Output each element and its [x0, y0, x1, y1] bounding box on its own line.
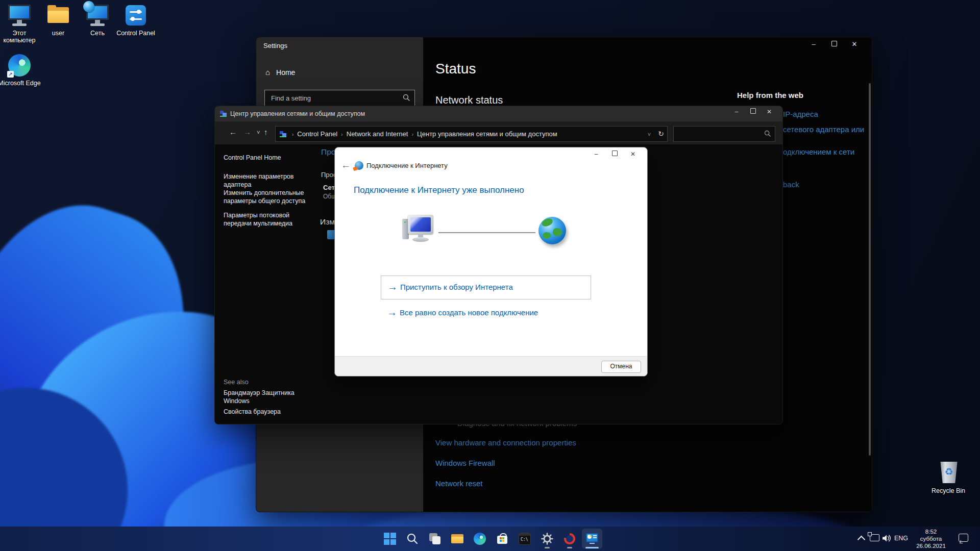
- home-icon: ⌂: [265, 68, 270, 77]
- cancel-button[interactable]: Отмена: [601, 361, 641, 373]
- desktop-icon-label: Сеть: [76, 30, 119, 37]
- task-view-icon: [429, 533, 441, 545]
- refresh-icon[interactable]: ↻: [658, 130, 664, 138]
- minimize-button[interactable]: –: [587, 151, 605, 158]
- running-indicator: [567, 547, 572, 548]
- maximize-button[interactable]: [745, 108, 761, 115]
- link-network-reset[interactable]: Network reset: [435, 479, 483, 488]
- edge-button[interactable]: [470, 529, 490, 549]
- terminal-icon: C:\: [519, 533, 531, 545]
- sidebar-item-home[interactable]: ⌂Home: [265, 68, 295, 77]
- title-bar: Центр управления сетями и общим доступом…: [215, 106, 782, 121]
- close-button[interactable]: ✕: [761, 108, 777, 115]
- network-sharing-center-taskbar-button[interactable]: [582, 529, 602, 549]
- maximize-button[interactable]: [824, 40, 844, 48]
- breadcrumb-control-panel[interactable]: Control Panel: [297, 130, 337, 138]
- help-link-fragment[interactable]: одключением к сети: [783, 147, 854, 156]
- address-dropdown-icon[interactable]: ˅: [648, 131, 658, 137]
- desktop-icon-user-folder[interactable]: user: [37, 3, 80, 37]
- settings-search-input[interactable]: [270, 90, 400, 106]
- notification-center-icon[interactable]: [959, 534, 968, 542]
- explorer-search-box[interactable]: [673, 126, 775, 142]
- search-icon: [764, 130, 771, 137]
- option-create-new-connection[interactable]: Все равно создать новое подключение: [400, 308, 538, 317]
- microsoft-store-button[interactable]: [492, 529, 512, 549]
- back-button[interactable]: ←: [229, 128, 237, 136]
- recent-pages-dropdown[interactable]: ˅: [257, 129, 260, 135]
- edge-icon: [474, 533, 486, 545]
- tray-language-indicator[interactable]: ENG: [894, 535, 908, 542]
- up-button[interactable]: ↑: [264, 128, 268, 136]
- close-button[interactable]: ✕: [844, 40, 865, 48]
- close-button[interactable]: ✕: [624, 151, 642, 158]
- tray-overflow-chevron-icon[interactable]: [857, 536, 866, 544]
- settings-window-title: Settings: [263, 42, 287, 49]
- search-icon: [406, 533, 419, 545]
- globe-icon: [538, 217, 567, 245]
- network-places-icon: [220, 110, 227, 117]
- maximize-button[interactable]: [605, 151, 624, 158]
- this-pc-icon: [7, 3, 32, 28]
- tray-network-icon[interactable]: [870, 534, 879, 541]
- desktop-icon-network[interactable]: Сеть: [76, 3, 119, 37]
- internet-connection-icon: [355, 161, 363, 170]
- section-heading: Network status: [435, 94, 503, 106]
- tray-weekday: суббота: [912, 535, 950, 542]
- breadcrumb-separator: ›: [408, 131, 417, 137]
- settings-search-box[interactable]: [264, 90, 415, 107]
- page-title: Status: [435, 61, 476, 77]
- tray-time: 8:52: [912, 528, 950, 535]
- command-prompt-button[interactable]: C:\: [514, 529, 535, 549]
- scrollbar[interactable]: [869, 83, 871, 456]
- task-view-button[interactable]: [425, 529, 445, 549]
- gear-icon: [541, 533, 553, 545]
- breadcrumb-current[interactable]: Центр управления сетями и общим доступом: [417, 130, 557, 138]
- help-link-fragment[interactable]: сетевого адаптера или: [783, 125, 864, 134]
- taskbar: C:\ ✂: [0, 527, 980, 551]
- breadcrumb-network-internet[interactable]: Network and Internet: [347, 130, 408, 138]
- link-view-hardware[interactable]: View hardware and connection properties: [435, 438, 576, 447]
- help-link-fragment[interactable]: back: [783, 180, 799, 189]
- file-explorer-button[interactable]: [447, 529, 468, 549]
- start-button[interactable]: [380, 529, 400, 549]
- help-from-web-heading: Help from the web: [737, 91, 803, 99]
- desktop-icon-control-panel[interactable]: Control Panel: [114, 3, 157, 37]
- capture-app-button[interactable]: ✂: [559, 529, 580, 549]
- desktop-icon-label: Этот компьютер: [0, 30, 41, 44]
- desktop-icon-label: Microsoft Edge: [0, 80, 41, 87]
- tray-volume-icon[interactable]: [881, 534, 892, 545]
- minimize-button[interactable]: –: [803, 40, 824, 48]
- nav-internet-options[interactable]: Свойства браузера: [224, 408, 310, 416]
- help-link-fragment[interactable]: IP-адреса: [783, 110, 818, 118]
- back-button[interactable]: ←: [341, 160, 351, 171]
- nav-media-streaming-options[interactable]: Параметры потоковой передачи мультимедиа: [224, 211, 310, 228]
- forward-button[interactable]: →: [243, 128, 251, 136]
- desktop-icon-label: user: [37, 30, 80, 37]
- nav-control-panel-home[interactable]: Control Panel Home: [224, 154, 310, 162]
- address-bar[interactable]: ›Control Panel›Network and Internet›Цент…: [275, 126, 668, 142]
- minimize-button[interactable]: –: [728, 108, 745, 115]
- control-panel-app-icon: [586, 533, 598, 545]
- option-label: Приступить к обзору Интернета: [400, 283, 513, 291]
- nav-change-adapter-settings[interactable]: Изменение параметров адаптера: [224, 172, 310, 189]
- home-label: Home: [276, 68, 295, 77]
- settings-window-controls: –✕: [803, 40, 865, 48]
- desktop-icon-edge[interactable]: ↗ Microsoft Edge: [0, 53, 41, 87]
- tray-clock[interactable]: 8:52 суббота 26.06.2021: [912, 528, 950, 549]
- folder-icon: [451, 533, 463, 545]
- desktop-icon-recycle-bin[interactable]: ♻ Recycle Bin: [927, 461, 970, 494]
- arrow-icon: →: [387, 307, 397, 318]
- connect-internet-dialog: –✕ ← Подключение к Интернету Подключение…: [334, 147, 648, 377]
- dialog-heading: Подключение к Интернету уже выполнено: [354, 185, 524, 195]
- link-windows-firewall[interactable]: Windows Firewall: [435, 459, 495, 467]
- active-running-indicator: [585, 547, 599, 548]
- recycle-bin-icon: ♻: [936, 461, 961, 485]
- option-browse-internet[interactable]: → Приступить к обзору Интернета: [381, 276, 591, 299]
- taskbar-search-button[interactable]: [402, 529, 423, 549]
- desktop-icon-label: Control Panel: [114, 30, 157, 37]
- settings-app-button[interactable]: [537, 529, 557, 549]
- nav-advanced-sharing-settings[interactable]: Изменить дополнительные параметры общего…: [224, 189, 310, 205]
- desktop-icon-this-pc[interactable]: Этот компьютер: [0, 3, 41, 44]
- dialog-footer: Отмена: [335, 356, 647, 376]
- nav-defender-firewall[interactable]: Брандмауэр Защитника Windows: [224, 389, 300, 405]
